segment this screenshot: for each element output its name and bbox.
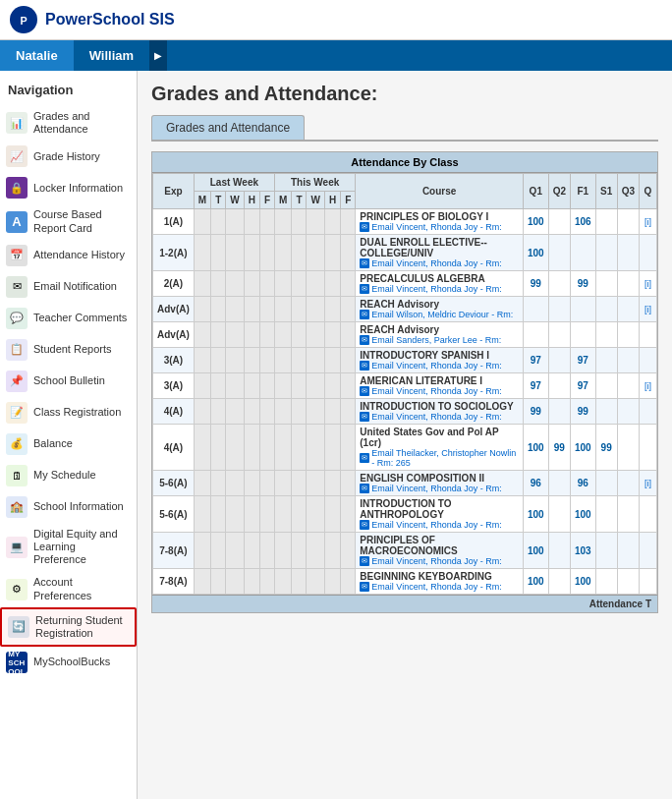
sidebar-item-my-schedule[interactable]: 🗓 My Schedule <box>0 460 137 491</box>
table-row: 3(A)AMERICAN LITERATURE I✉ Email Vincent… <box>153 373 657 399</box>
q1-cell: 97 <box>523 373 548 399</box>
link-cell[interactable] <box>640 322 657 348</box>
course-email[interactable]: ✉ Email Vincent, Rhonda Joy - Rm: <box>360 386 519 396</box>
q2-cell <box>548 533 570 569</box>
day-cell <box>226 235 244 271</box>
course-email[interactable]: ✉ Email Vincent, Rhonda Joy - Rm: <box>360 258 519 268</box>
email-link[interactable]: Email Sanders, Parker Lee - Rm: <box>371 335 501 345</box>
sidebar-label-class: Class Registration <box>33 406 121 419</box>
sidebar-item-grade-history[interactable]: 📈 Grade History <box>0 141 137 172</box>
course-email[interactable]: ✉ Email Vincent, Rhonda Joy - Rm: <box>360 484 519 493</box>
day-m1: M <box>194 192 210 209</box>
day-cell <box>244 271 259 297</box>
day-cell <box>259 373 274 399</box>
email-link[interactable]: Email Wilson, Meldric Deviour - Rm: <box>371 310 513 319</box>
sidebar-item-teacher-comments[interactable]: 💬 Teacher Comments <box>0 303 137 334</box>
email-link[interactable]: Email Vincent, Rhonda Joy - Rm: <box>371 412 501 422</box>
s1-cell <box>595 209 617 235</box>
link-cell[interactable] <box>640 496 657 533</box>
sidebar-item-email-notification[interactable]: ✉ Email Notification <box>0 271 137 303</box>
day-cell <box>211 533 226 569</box>
email-link[interactable]: Email Vincent, Rhonda Joy - Rm: <box>371 258 501 268</box>
link-cell[interactable]: [i] <box>640 471 657 496</box>
course-cell: REACH Advisory✉ Email Sanders, Parker Le… <box>356 322 524 348</box>
link-cell[interactable] <box>640 399 657 425</box>
email-link[interactable]: Email Vincent, Rhonda Joy - Rm: <box>371 582 501 592</box>
f1-cell: 100 <box>570 425 595 471</box>
link-cell[interactable]: [i] <box>640 297 657 322</box>
sidebar-item-account-preferences[interactable]: ⚙ Account Preferences <box>0 571 137 606</box>
day-cell <box>211 209 226 235</box>
day-cell <box>307 533 324 569</box>
grades-attendance-table: Exp Last Week This Week Course Q1 Q2 F1 … <box>152 173 657 595</box>
q2-cell <box>548 235 570 271</box>
q3-cell <box>617 348 639 373</box>
day-cell <box>341 322 356 348</box>
email-link[interactable]: Email Theilacker, Christopher Nowlin - R… <box>371 448 519 468</box>
sidebar-item-class-registration[interactable]: 📝 Class Registration <box>0 397 137 428</box>
tab-william[interactable]: William <box>74 40 149 71</box>
sidebar-item-returning-student[interactable]: 🔄 Returning Student Registration <box>0 607 137 647</box>
course-email[interactable]: ✉ Email Vincent, Rhonda Joy - Rm: <box>360 412 519 422</box>
sidebar-label-bulletin: School Bulletin <box>33 374 105 387</box>
link-cell[interactable] <box>640 533 657 569</box>
course-email[interactable]: ✉ Email Vincent, Rhonda Joy - Rm: <box>360 520 519 530</box>
link-cell[interactable] <box>640 235 657 271</box>
email-link[interactable]: Email Vincent, Rhonda Joy - Rm: <box>371 361 501 371</box>
q1-cell: 99 <box>523 271 548 297</box>
exp-cell: 5-6(A) <box>153 471 195 496</box>
email-link[interactable]: Email Vincent, Rhonda Joy - Rm: <box>371 386 501 396</box>
email-link[interactable]: Email Vincent, Rhonda Joy - Rm: <box>371 556 501 566</box>
sidebar-item-school-bulletin[interactable]: 📌 School Bulletin <box>0 366 137 397</box>
q1-cell: 97 <box>523 348 548 373</box>
exp-cell: Adv(A) <box>153 322 195 348</box>
email-link[interactable]: Email Vincent, Rhonda Joy - Rm: <box>371 484 501 493</box>
sidebar-item-school-information[interactable]: 🏫 School Information <box>0 491 137 523</box>
day-f1: F <box>259 192 274 209</box>
attendance-history-icon: 📅 <box>6 245 28 266</box>
tab-arrow[interactable]: ▶ <box>149 40 167 71</box>
sidebar-item-locker-information[interactable]: 🔒 Locker Information <box>0 172 137 203</box>
day-cell <box>226 496 244 533</box>
link-cell[interactable]: [i] <box>640 209 657 235</box>
course-email[interactable]: ✉ Email Theilacker, Christopher Nowlin -… <box>360 448 519 468</box>
course-email[interactable]: ✉ Email Vincent, Rhonda Joy - Rm: <box>360 556 519 566</box>
link-cell[interactable] <box>640 425 657 471</box>
content-tab-grades-attendance[interactable]: Grades and Attendance <box>151 115 305 140</box>
sidebar-item-attendance-history[interactable]: 📅 Attendance History <box>0 240 137 271</box>
sidebar-item-balance[interactable]: 💰 Balance <box>0 428 137 460</box>
svg-text:P: P <box>20 15 27 27</box>
link-cell[interactable]: [i] <box>640 373 657 399</box>
sidebar-item-grades-attendance[interactable]: 📊 Grades and Attendance <box>0 105 137 141</box>
course-email[interactable]: ✉ Email Vincent, Rhonda Joy - Rm: <box>360 582 519 592</box>
col-f1: F1 <box>570 174 595 209</box>
course-email[interactable]: ✉ Email Vincent, Rhonda Joy - Rm: <box>360 284 519 294</box>
course-email[interactable]: ✉ Email Sanders, Parker Lee - Rm: <box>360 335 519 345</box>
email-link[interactable]: Email Vincent, Rhonda Joy - Rm: <box>371 520 501 530</box>
day-t2: T <box>292 192 307 209</box>
table-row: 1-2(A)DUAL ENROLL ELECTIVE--COLLEGE/UNIV… <box>153 235 657 271</box>
link-cell[interactable] <box>640 348 657 373</box>
email-link[interactable]: Email Vincent, Rhonda Joy - Rm: <box>371 222 501 232</box>
q3-cell <box>617 373 639 399</box>
link-cell[interactable]: [i] <box>640 271 657 297</box>
sidebar-item-digital-equity[interactable]: 💻 Digital Equity and Learning Preference <box>0 523 137 572</box>
sidebar-item-course-based-report-card[interactable]: A Course Based Report Card <box>0 203 137 239</box>
day-cell <box>194 271 210 297</box>
col-course: Course <box>356 174 524 209</box>
course-email[interactable]: ✉ Email Wilson, Meldric Deviour - Rm: <box>360 310 519 319</box>
email-link[interactable]: Email Vincent, Rhonda Joy - Rm: <box>371 284 501 294</box>
day-cell <box>194 322 210 348</box>
q3-cell <box>617 235 639 271</box>
table-row: 4(A)INTRODUCTION TO SOCIOLOGY✉ Email Vin… <box>153 399 657 425</box>
course-email[interactable]: ✉ Email Vincent, Rhonda Joy - Rm: <box>360 222 519 232</box>
course-email[interactable]: ✉ Email Vincent, Rhonda Joy - Rm: <box>360 361 519 371</box>
sidebar-item-student-reports[interactable]: 📋 Student Reports <box>0 334 137 366</box>
link-cell[interactable] <box>640 569 657 595</box>
day-cell <box>292 399 307 425</box>
tab-natalie[interactable]: Natalie <box>0 40 74 71</box>
day-cell <box>226 569 244 595</box>
sidebar-item-myschoolbucks[interactable]: MYSCHOOL MySchoolBucks <box>0 647 137 678</box>
email-icon: ✉ <box>360 310 369 319</box>
f1-cell <box>570 297 595 322</box>
